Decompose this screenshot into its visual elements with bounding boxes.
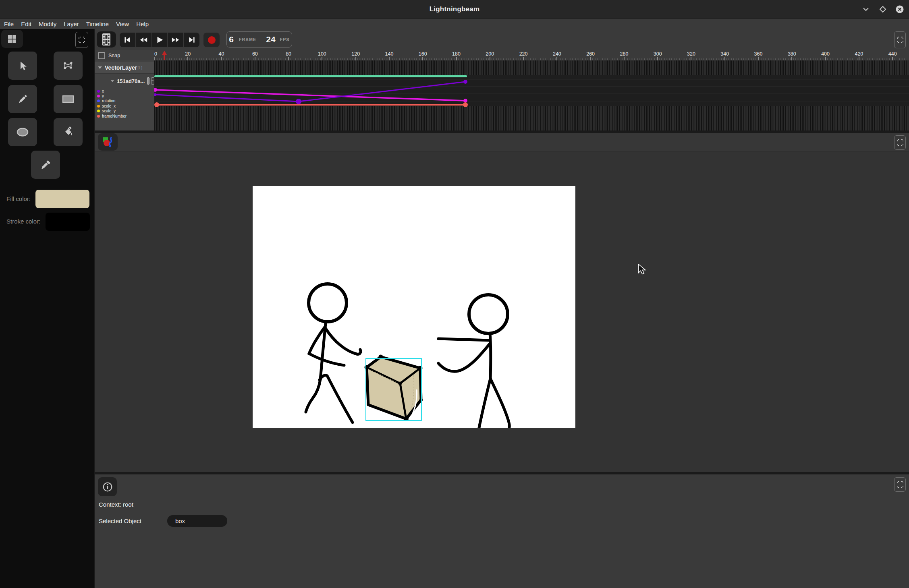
box-object[interactable] [365, 355, 423, 422]
rewind-icon [139, 36, 148, 44]
ruler-major-tick [624, 57, 625, 60]
caret-down-icon[interactable] [98, 66, 102, 69]
menu-item-view[interactable]: View [112, 19, 133, 29]
menu-item-timeline[interactable]: Timeline [83, 19, 112, 29]
eyedropper-tool-button[interactable] [31, 151, 60, 179]
window-title: Lightningbeam [0, 0, 909, 19]
frame-fps-display[interactable]: 6 FRAME 24 FPS [226, 31, 292, 48]
expand-icon [897, 139, 903, 146]
timeline-panel: 6 FRAME 24 FPS Snap 02040608010012014016… [95, 29, 909, 130]
object-swatch-button[interactable] [147, 77, 149, 85]
record-icon [208, 36, 216, 44]
object-tween-button[interactable]: ~ [151, 77, 154, 85]
property-list: xyrotationscale_xscale_yframeNumber [95, 89, 154, 118]
frame-value: 6 [229, 35, 234, 44]
record-button[interactable] [203, 33, 220, 47]
rectangle-icon [62, 94, 75, 104]
curve-keyframe-dot [154, 88, 157, 92]
property-row-y[interactable]: y [95, 93, 154, 98]
stroke-color-swatch[interactable] [46, 213, 90, 231]
fast-forward-button[interactable] [167, 33, 183, 47]
property-label: y [102, 94, 104, 98]
paint-bucket-tool-button[interactable] [54, 118, 83, 146]
stick-figure-right[interactable] [438, 295, 509, 428]
info-panel: Context: root Selected Object box [95, 474, 909, 588]
ruler-major-tick [791, 57, 792, 60]
snap-checkbox[interactable] [98, 52, 105, 59]
pencil-tool-button[interactable] [8, 85, 37, 113]
film-button[interactable] [97, 31, 116, 48]
fill-color-swatch[interactable] [35, 190, 89, 208]
info-icon [102, 482, 113, 492]
timeline-curves[interactable] [154, 60, 909, 130]
ruler-major-tick [724, 57, 725, 60]
canvas-expand-button[interactable] [894, 135, 906, 150]
caret-down-icon[interactable] [111, 80, 114, 82]
info-button[interactable] [98, 477, 117, 496]
menu-item-layer[interactable]: Layer [60, 19, 83, 29]
vector-graphics-button[interactable] [98, 133, 118, 151]
ruler-tick-label: 300 [654, 51, 662, 57]
ruler-major-tick [355, 57, 356, 60]
rectangle-tool-button[interactable] [54, 85, 83, 113]
timeline-frames-area[interactable] [154, 60, 909, 130]
ruler-tick-label: 100 [318, 51, 326, 57]
skip-to-end-button[interactable] [183, 33, 199, 47]
property-row-scale_x[interactable]: scale_x [95, 104, 154, 108]
info-expand-button[interactable] [894, 477, 906, 492]
paint-bucket-icon [62, 126, 74, 138]
property-row-scale_y[interactable]: scale_y [95, 109, 154, 114]
menu-item-modify[interactable]: Modify [35, 19, 60, 29]
object-row[interactable]: 151ad70a... ~ [95, 75, 154, 87]
panel-grid-button[interactable] [1, 30, 23, 48]
stick-figure-left[interactable] [306, 284, 361, 422]
window-minimize-button[interactable] [861, 5, 870, 14]
playhead-icon [162, 51, 167, 60]
property-label: x [102, 89, 104, 93]
select-tool-button[interactable] [8, 52, 37, 80]
rewind-button[interactable] [135, 33, 152, 47]
frame-label: FRAME [239, 37, 256, 42]
ruler-tick-label: 80 [286, 51, 291, 57]
window-close-button[interactable] [895, 5, 904, 14]
playhead[interactable] [162, 51, 167, 60]
menu-item-edit[interactable]: Edit [17, 19, 35, 29]
menu-item-help[interactable]: Help [133, 19, 152, 29]
property-row-rotation[interactable]: rotation [95, 99, 154, 104]
sidebar-expand-button[interactable] [75, 32, 88, 48]
playback-controls [120, 33, 199, 47]
property-label: scale_x [102, 104, 116, 108]
layer-row-vectorlayer[interactable]: VectorLayer [L] [95, 62, 154, 74]
ruler-tick-label: 20 [185, 51, 191, 57]
ruler-major-tick [691, 57, 691, 60]
pencil-icon [17, 93, 28, 105]
skip-to-start-button[interactable] [120, 33, 135, 47]
snap-label: Snap [108, 53, 120, 58]
selected-object-value[interactable]: box [167, 515, 227, 527]
ruler-tick-label: 220 [519, 51, 528, 57]
timeline-expand-button[interactable] [894, 31, 906, 48]
ruler-tick-label: 60 [252, 51, 258, 57]
window-maximize-button[interactable] [878, 5, 887, 14]
property-row-frameNumber[interactable]: frameNumber [95, 114, 154, 118]
context-text: Context: root [99, 501, 133, 508]
node-editor-tool-button[interactable] [54, 52, 83, 80]
ruler-tick-label: 260 [586, 51, 595, 57]
stroke-color-label: Stroke color: [6, 218, 40, 225]
ruler-major-tick [154, 57, 155, 60]
ellipse-tool-button[interactable] [8, 118, 37, 146]
menu-item-file[interactable]: File [0, 19, 17, 29]
curve-keyframe-dot [463, 102, 468, 107]
property-row-x[interactable]: x [95, 89, 154, 93]
stage-drawing[interactable] [253, 186, 575, 428]
canvas-panel[interactable] [95, 133, 909, 472]
fill-color-label: Fill color: [6, 195, 31, 202]
timeline-ruler[interactable]: 0204060801001201401601802002202402602803… [154, 50, 909, 60]
ruler-major-tick [523, 57, 524, 60]
ruler-major-tick [590, 57, 591, 60]
vector-graphics-icon [102, 137, 113, 147]
snap-row: Snap [95, 50, 154, 60]
stage[interactable] [253, 186, 575, 428]
ruler-tick-label: 400 [821, 51, 830, 57]
play-button[interactable] [152, 33, 168, 47]
